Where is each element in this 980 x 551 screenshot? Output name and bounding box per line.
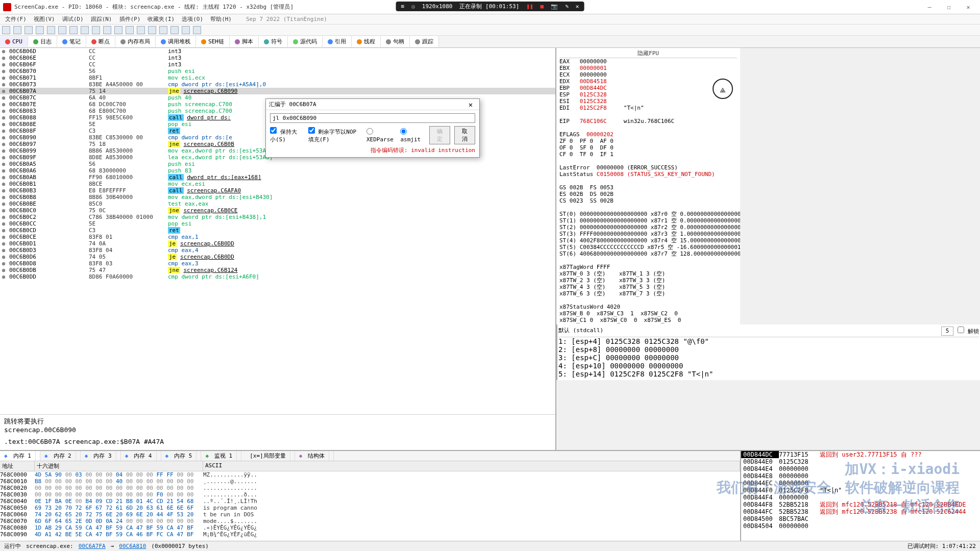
menu-debug[interactable]: 调试(D)	[59, 14, 87, 24]
stack-row[interactable]: 00D844E800000000	[741, 472, 980, 480]
dump-body[interactable]: 768C00004D 5A 90 00 03 00 00 00 04 00 00…	[0, 471, 740, 541]
tool-stop-icon[interactable]	[24, 26, 33, 34]
tab-log[interactable]: 日志	[28, 36, 57, 47]
stack-row[interactable]: 00D844DC77713F15返回到 user32.77713F15 自 ??…	[741, 451, 980, 458]
disasm-row[interactable]: ●00C6B0C2C786 38B40000 01000mov dword pt…	[0, 214, 555, 220]
menu-trace[interactable]: 跟踪(N)	[88, 14, 115, 24]
tab-callstack[interactable]: 调用堆栈	[156, 36, 196, 47]
tab-threads[interactable]: 线程	[352, 36, 381, 47]
disasm-row[interactable]: ●00C6B0D883F8 03cmp eax,3	[0, 260, 555, 267]
tab-symbols[interactable]: 符号	[259, 36, 288, 47]
disasm-row[interactable]: ●00C6B0ABFF90 68010000call dword ptr ds:…	[0, 174, 555, 181]
disasm-row[interactable]: ●00C6B0CE83F8 01cmp eax,1	[0, 234, 555, 240]
menu-plugins[interactable]: 插件(P)	[116, 14, 144, 24]
tool-more7-icon[interactable]	[170, 26, 179, 34]
menu-options[interactable]: 选项(O)	[179, 14, 206, 24]
xedparse-radio[interactable]: XEDParse	[366, 128, 394, 143]
tool-stepover-icon[interactable]	[69, 26, 78, 34]
dump-row[interactable]: 768C00400E 1F BA 0E 00 B4 09 CD 21 B8 01…	[0, 498, 740, 505]
ok-button[interactable]: 确定	[429, 126, 450, 144]
dump-tab-4[interactable]: ◆内存 4	[121, 451, 161, 461]
stack-row[interactable]: 00D844E400000000	[741, 465, 980, 472]
unlock-checkbox[interactable]	[958, 327, 964, 333]
menu-file[interactable]: 文件(F)	[2, 14, 30, 24]
stop-icon[interactable]: ■	[541, 3, 544, 10]
maximize-button[interactable]: ☐	[940, 2, 958, 12]
disasm-row[interactable]: ●00C6B0BE85C0test eax,eax	[0, 201, 555, 207]
tab-seh[interactable]: SEH链	[196, 36, 230, 47]
status-addr2[interactable]: 00C6A810	[119, 543, 146, 549]
disasm-row[interactable]: ●00C6B0CC5Epop esi	[0, 220, 555, 227]
disasm-row[interactable]: ●00C6B0A556push esi	[0, 161, 555, 167]
dump-row[interactable]: 768C005069 73 20 70 72 6F 67 72 61 6D 20…	[0, 505, 740, 511]
disasm-row[interactable]: ●00C6B07383BE A4A50000 00cmp dword ptr d…	[0, 81, 555, 88]
stack-row[interactable]: 00D844E00125C328	[741, 458, 980, 465]
dump-row[interactable]: 768C00801D AB 29 CA 59 CA 47 BF 59 CA 47…	[0, 524, 740, 531]
dump-row[interactable]: 768C003000 00 00 00 00 00 00 00 00 00 00…	[0, 491, 740, 498]
dump-row[interactable]: 768C006074 20 62 65 20 72 75 6E 20 69 6E…	[0, 511, 740, 518]
tool-restart-icon[interactable]	[13, 26, 21, 34]
stack-row[interactable]: 00D844F00125C2F8"T<|n"	[741, 487, 980, 494]
fill-nop-checkbox[interactable]: 剩余字节以NOP填充(F)	[308, 127, 360, 143]
tab-notes[interactable]: 笔记	[57, 36, 86, 47]
arguments-panel[interactable]: 默认 (stdcall) 5 解锁 1: [esp+4] 0125C328 01…	[556, 324, 980, 380]
close-button[interactable]: ✕	[960, 2, 977, 12]
disasm-row[interactable]: ●00C6B0CDC3ret	[0, 227, 555, 234]
disasm-row[interactable]: ●00C6B0718BF1mov esi,ecx	[0, 74, 555, 81]
locals-tab[interactable]: [x=]局部变量	[241, 451, 295, 461]
disasm-row[interactable]: ●00C6B0B88B86 30B40000mov eax,dword ptr …	[0, 194, 555, 201]
tool-more1-icon[interactable]	[103, 26, 111, 34]
tool-more3-icon[interactable]	[126, 26, 134, 34]
tool-more9-icon[interactable]	[193, 26, 201, 34]
fpu-toggle[interactable]: 隐藏FPU	[559, 49, 737, 58]
tab-source[interactable]: 源代码	[288, 36, 323, 47]
tool-more4-icon[interactable]	[137, 26, 145, 34]
tab-breakpoints[interactable]: 断点	[86, 36, 115, 47]
disasm-row[interactable]: ●00C6B07A75 14jne screencap.C6B090	[0, 88, 555, 94]
dump-row[interactable]: 768C002000 00 00 00 00 00 00 00 00 00 00…	[0, 485, 740, 491]
disasm-row[interactable]: ●00C6B0A668 83000000push 83	[0, 167, 555, 174]
tool-more5-icon[interactable]	[148, 26, 156, 34]
disasm-row[interactable]: ●00C6B0C075 0Cjne screencap.C6B0CE	[0, 207, 555, 214]
minimize-button[interactable]: —	[921, 2, 938, 12]
dump-tab-1[interactable]: ◆内存 1	[0, 451, 40, 461]
tab-memmap[interactable]: 内存布局	[115, 36, 156, 47]
tab-refs[interactable]: 引用	[323, 36, 352, 47]
stack-panel[interactable]: 00D844DC77713F15返回到 user32.77713F15 自 ??…	[740, 451, 980, 541]
tool-stepout-icon[interactable]	[81, 26, 89, 34]
pencil-icon[interactable]: ✎	[565, 3, 569, 10]
arg-count[interactable]: 5	[941, 327, 954, 336]
tab-tracer[interactable]: 跟踪	[410, 36, 439, 47]
cancel-button[interactable]: 取消	[454, 126, 475, 144]
dump-tab-3[interactable]: ◆内存 3	[81, 451, 121, 461]
disasm-row[interactable]: ●00C6B06FCCint3	[0, 61, 555, 68]
disasm-row[interactable]: ●00C6B0B18BCEmov ecx,esi	[0, 181, 555, 187]
tool-open-icon[interactable]	[2, 26, 10, 34]
dump-tab-2[interactable]: ◆内存 2	[40, 451, 81, 461]
disasm-row[interactable]: ●00C6B06ECCint3	[0, 55, 555, 61]
dump-row[interactable]: 768C00004D 5A 90 00 03 00 00 00 04 00 00…	[0, 471, 740, 478]
tool-pause-icon[interactable]	[47, 26, 55, 34]
stack-row[interactable]: 00D844F400000000	[741, 494, 980, 501]
menu-help[interactable]: 帮助(H)	[207, 14, 235, 24]
disasm-row[interactable]: ●00C6B0DB75 47jne screencap.C6B124	[0, 267, 555, 273]
disasm-row[interactable]: ●00C6B0D174 0Aje screencap.C6B0DD	[0, 240, 555, 247]
menu-view[interactable]: 视图(V)	[31, 14, 58, 24]
assemble-input[interactable]	[270, 113, 475, 123]
tool-more8-icon[interactable]	[182, 26, 190, 34]
tool-stepin-icon[interactable]	[58, 26, 66, 34]
disasm-row[interactable]: ●00C6B0DD8D86 F0A60000cmp dword ptr ds:[…	[0, 273, 555, 280]
disasm-row[interactable]: ●00C6B0D383F8 04cmp eax,4	[0, 247, 555, 254]
stack-row[interactable]: 00D844FC52BB5238返回到 mfc120.52BB5238 自 mf…	[741, 508, 980, 515]
menu-favorites[interactable]: 收藏夹(I)	[144, 14, 178, 24]
disasm-row[interactable]: ●00C6B0D674 05je screencap.C6B0DD	[0, 254, 555, 260]
tab-cpu[interactable]: CPU	[0, 37, 28, 46]
rec-menu-icon[interactable]: ≡	[401, 3, 405, 10]
disasm-row[interactable]: ●00C6B07056push esi	[0, 68, 555, 74]
tool-trace-icon[interactable]	[92, 26, 100, 34]
tab-handles[interactable]: 句柄	[381, 36, 410, 47]
struct-tab[interactable]: ◆结构体	[295, 451, 334, 461]
asmjit-radio[interactable]: asmjit	[400, 128, 423, 143]
dump-row[interactable]: 768C00706D 6F 64 65 2E 0D 0D 0A 24 00 00…	[0, 518, 740, 524]
dump-row[interactable]: 768C0010B8 00 00 00 00 00 00 00 40 00 00…	[0, 478, 740, 485]
